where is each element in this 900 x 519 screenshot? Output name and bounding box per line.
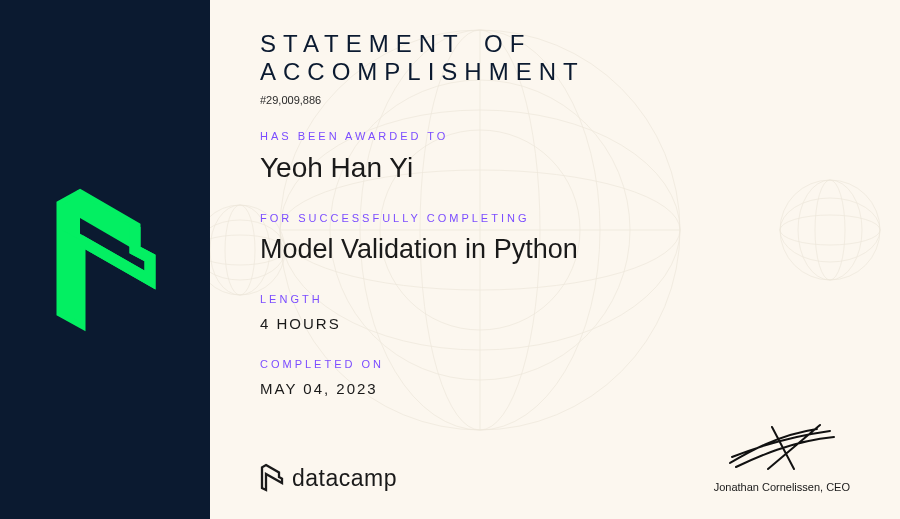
label-length: LENGTH	[260, 293, 850, 305]
signer-name: Jonathan Cornelissen, CEO	[714, 481, 850, 493]
label-completing: FOR SUCCESSFULLY COMPLETING	[260, 212, 850, 224]
completed-date: MAY 04, 2023	[260, 380, 850, 397]
certificate: STATEMENT OF ACCOMPLISHMENT #29,009,886 …	[0, 0, 900, 519]
signature-icon	[722, 423, 842, 473]
brand-name: datacamp	[292, 465, 397, 492]
length-value: 4 HOURS	[260, 315, 850, 332]
certificate-id: #29,009,886	[260, 94, 850, 106]
brand: datacamp	[260, 463, 397, 493]
course-name: Model Validation in Python	[260, 234, 850, 265]
footer: datacamp Jonathan Cornelissen, CEO	[260, 423, 850, 493]
svg-point-11	[225, 205, 255, 295]
sidebar	[0, 0, 210, 519]
statement-title: STATEMENT OF ACCOMPLISHMENT	[260, 30, 850, 86]
recipient-name: Yeoh Han Yi	[260, 152, 850, 184]
label-awarded-to: HAS BEEN AWARDED TO	[260, 130, 850, 142]
datacamp-logo-icon	[50, 180, 160, 340]
datacamp-logo-icon	[260, 463, 284, 493]
signature-block: Jonathan Cornelissen, CEO	[714, 423, 850, 493]
label-completed-on: COMPLETED ON	[260, 358, 850, 370]
main-panel: STATEMENT OF ACCOMPLISHMENT #29,009,886 …	[210, 0, 900, 519]
